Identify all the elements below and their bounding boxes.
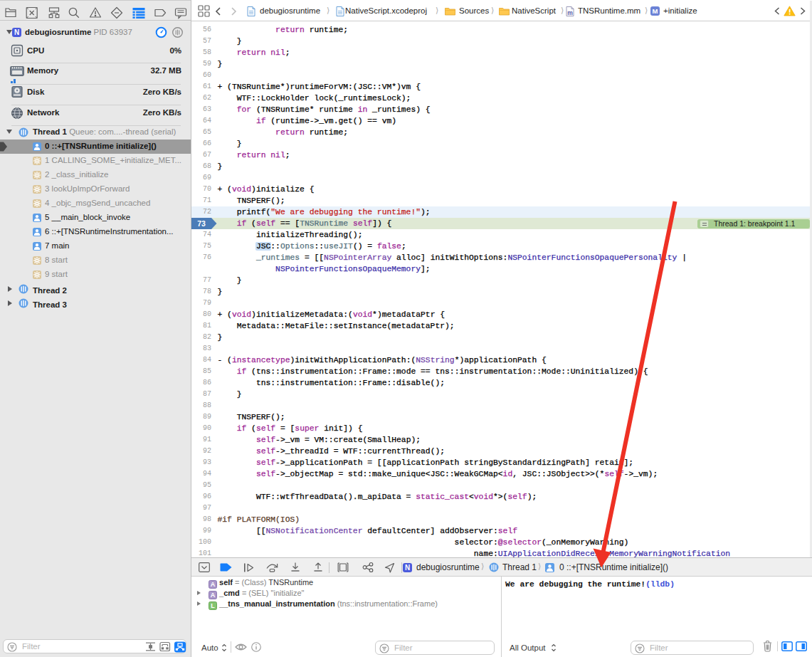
svg-text:m: m [567,9,573,16]
svg-text:73: 73 [197,219,206,228]
